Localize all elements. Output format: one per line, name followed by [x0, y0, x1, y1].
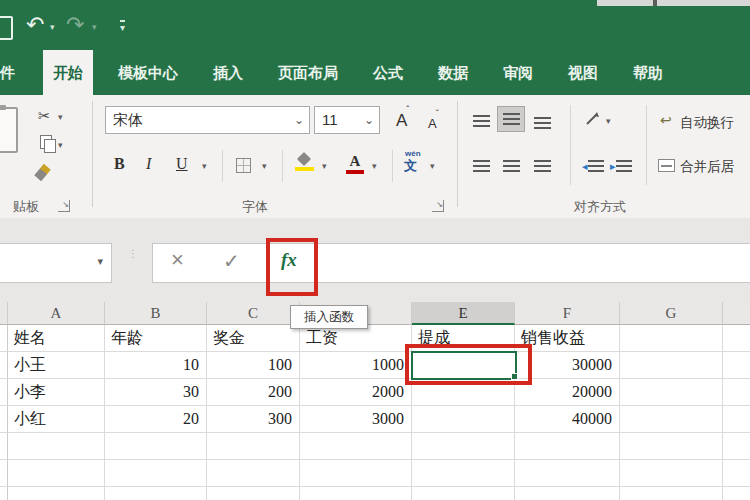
- align-right-icon[interactable]: [534, 160, 551, 172]
- align-left-icon[interactable]: [473, 160, 490, 172]
- cell-x1[interactable]: [0, 325, 8, 352]
- merge-center-icon[interactable]: [658, 159, 675, 172]
- cell-D3[interactable]: 2000: [300, 379, 412, 406]
- save-icon[interactable]: [0, 16, 13, 40]
- wrap-text-icon[interactable]: ↩: [660, 112, 672, 128]
- tab-help[interactable]: 帮助: [623, 50, 673, 95]
- tab-view[interactable]: 视图: [558, 50, 608, 95]
- cell-x5[interactable]: [723, 433, 750, 460]
- phonetic-guide-icon[interactable]: wén文: [404, 157, 417, 175]
- italic-button[interactable]: I: [146, 155, 151, 173]
- cell-G6[interactable]: [620, 460, 723, 487]
- cell-F6[interactable]: [515, 460, 620, 487]
- cell-C2[interactable]: 100: [207, 352, 300, 379]
- confirm-icon[interactable]: ✓: [223, 249, 240, 273]
- fill-color-icon[interactable]: [295, 153, 315, 171]
- cell-F5[interactable]: [515, 433, 620, 460]
- cell-E5[interactable]: [412, 433, 515, 460]
- increase-indent-icon[interactable]: ▸: [614, 160, 632, 172]
- chevron-down-icon[interactable]: ⌄: [294, 107, 304, 133]
- tab-page-layout[interactable]: 页面布局: [268, 50, 348, 95]
- tab-formulas[interactable]: 公式: [363, 50, 413, 95]
- cell-x2[interactable]: [0, 352, 8, 379]
- align-center-icon[interactable]: [503, 160, 520, 172]
- cell-C5[interactable]: [207, 433, 300, 460]
- cell-G1[interactable]: [620, 325, 723, 352]
- formula-input[interactable]: × ✓ fx: [152, 243, 750, 283]
- cell-C4[interactable]: 300: [207, 406, 300, 433]
- cell-x1[interactable]: [723, 325, 750, 352]
- customize-toolbar-icon[interactable]: ▾: [120, 20, 125, 33]
- cell-x3[interactable]: [0, 379, 8, 406]
- cell-A2[interactable]: 小王: [8, 352, 105, 379]
- tab-data[interactable]: 数据: [428, 50, 478, 95]
- cell-C3[interactable]: 200: [207, 379, 300, 406]
- cell-A6[interactable]: [8, 460, 105, 487]
- font-color-dropdown-icon[interactable]: ▾: [372, 161, 377, 171]
- cancel-icon[interactable]: ×: [171, 247, 184, 273]
- cell-G3[interactable]: [620, 379, 723, 406]
- col-header-B[interactable]: B: [105, 302, 207, 325]
- shrink-font-button[interactable]: Aˇ: [428, 115, 440, 131]
- cell-A1[interactable]: 姓名: [8, 325, 105, 352]
- cell-B3[interactable]: 30: [105, 379, 207, 406]
- cell-E7[interactable]: [412, 487, 515, 500]
- copy-icon[interactable]: [40, 135, 52, 149]
- cell-D1[interactable]: 工资: [300, 325, 412, 352]
- font-color-icon[interactable]: A: [346, 153, 364, 171]
- bold-button[interactable]: B: [114, 155, 125, 173]
- cell-C7[interactable]: [207, 487, 300, 500]
- col-header-C[interactable]: C: [207, 302, 300, 325]
- cell-x5[interactable]: [0, 433, 8, 460]
- name-box[interactable]: ▾: [0, 243, 112, 283]
- formula-bar-splitter[interactable]: ⋮: [128, 250, 132, 276]
- grow-font-button[interactable]: Aˆ: [396, 111, 410, 131]
- tab-home[interactable]: 开始: [43, 50, 93, 95]
- cut-dropdown-icon[interactable]: ▾: [58, 112, 63, 122]
- cell-x4[interactable]: [0, 406, 8, 433]
- align-bottom-icon[interactable]: [534, 117, 551, 129]
- col-header-E[interactable]: E: [412, 302, 515, 325]
- fill-color-dropdown-icon[interactable]: ▾: [322, 161, 327, 171]
- underline-dropdown-icon[interactable]: ▾: [202, 161, 207, 171]
- cell-B1[interactable]: 年龄: [105, 325, 207, 352]
- cell-D7[interactable]: [300, 487, 412, 500]
- tab-review[interactable]: 审阅: [493, 50, 543, 95]
- paste-button[interactable]: [0, 107, 18, 153]
- orientation-icon[interactable]: [584, 111, 600, 127]
- cell-x6[interactable]: [0, 460, 8, 487]
- cell-A7[interactable]: [8, 487, 105, 500]
- cell-x6[interactable]: [723, 460, 750, 487]
- tab-template-center[interactable]: 模板中心: [108, 50, 188, 95]
- cell-A5[interactable]: [8, 433, 105, 460]
- cell-x2[interactable]: [723, 352, 750, 379]
- font-dialog-launcher-icon[interactable]: ↘: [432, 200, 444, 212]
- borders-dropdown-icon[interactable]: ▾: [262, 161, 267, 171]
- borders-icon[interactable]: [236, 158, 251, 173]
- font-size-combo[interactable]: 11 ⌄: [314, 106, 380, 134]
- cell-G5[interactable]: [620, 433, 723, 460]
- cell-D2[interactable]: 1000: [300, 352, 412, 379]
- cell-D4[interactable]: 3000: [300, 406, 412, 433]
- col-header-G[interactable]: G: [620, 302, 723, 325]
- undo-dropdown-icon[interactable]: ▾: [50, 22, 55, 32]
- tab-file-partial[interactable]: 件: [0, 50, 28, 95]
- format-painter-icon[interactable]: [34, 164, 51, 181]
- clipboard-dialog-launcher-icon[interactable]: ↘: [58, 200, 70, 212]
- cell-E6[interactable]: [412, 460, 515, 487]
- undo-icon[interactable]: ↶: [26, 12, 44, 38]
- cell-B2[interactable]: 10: [105, 352, 207, 379]
- cell-D6[interactable]: [300, 460, 412, 487]
- wrap-text-button[interactable]: 自动换行: [680, 114, 734, 132]
- cell-G7[interactable]: [620, 487, 723, 500]
- cell-B4[interactable]: 20: [105, 406, 207, 433]
- cell-F7[interactable]: [515, 487, 620, 500]
- name-box-dropdown-icon[interactable]: ▾: [97, 255, 103, 268]
- cell-A4[interactable]: 小红: [8, 406, 105, 433]
- cell-D5[interactable]: [300, 433, 412, 460]
- cell-G4[interactable]: [620, 406, 723, 433]
- chevron-down-icon[interactable]: ⌄: [364, 107, 374, 133]
- cell-x3[interactable]: [723, 379, 750, 406]
- cell-F4[interactable]: 40000: [515, 406, 620, 433]
- tab-insert[interactable]: 插入: [203, 50, 253, 95]
